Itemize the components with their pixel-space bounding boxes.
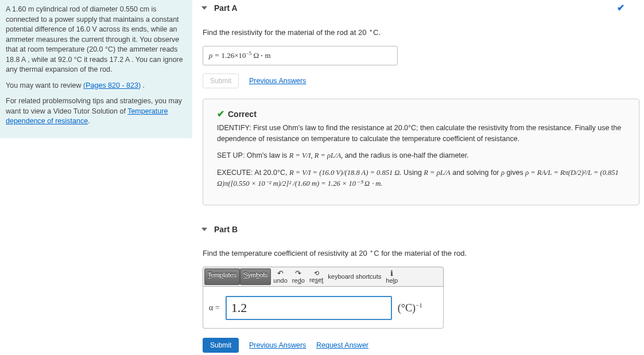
templates-button[interactable]: Templates <box>204 268 240 285</box>
review-pages-link[interactable]: (Pages 820 - 823) <box>83 81 141 89</box>
answer-input-wrap[interactable] <box>226 296 392 320</box>
part-a-complete-check-icon: ✔ <box>617 2 639 13</box>
question-text-box: A 1.60 m cylindrical rod of diameter 0.5… <box>0 0 192 138</box>
part-a-title: Part A <box>214 3 238 13</box>
part-a-section: Part A ✔ Find the resistivity for the ma… <box>201 0 639 205</box>
related-line: For related problemsolving tips and stra… <box>6 96 187 127</box>
keyboard-shortcuts-button[interactable]: keyboard shortcuts <box>325 268 383 285</box>
answer-toolbar: Templates Symbols ↶undo ↷redo ⟲reset key… <box>203 267 444 287</box>
part-a-answer-display: ρ = 1.26×10−5 Ω ⋅ m <box>203 46 398 65</box>
alpha-label: α = <box>209 303 220 313</box>
feedback-execute: EXECUTE: At 20.0°C, R = V/I = (16.0 V)/(… <box>217 167 625 190</box>
part-a-prompt: Find the resistivity for the material of… <box>203 27 639 37</box>
question-sidebar: A 1.60 m cylindrical rod of diameter 0.5… <box>0 0 192 355</box>
feedback-identify: IDENTIFY: First use Ohm's law to find th… <box>217 123 625 145</box>
redo-button[interactable]: ↷redo <box>290 268 307 285</box>
answer-input-group: α = (°C)−1 <box>203 287 444 329</box>
part-b-title: Part B <box>214 225 238 234</box>
submit-button-disabled: Submit <box>203 73 239 88</box>
review-line: You may want to review (Pages 820 - 823)… <box>6 81 187 91</box>
request-answer-link[interactable]: Request Answer <box>316 341 368 349</box>
symbols-button[interactable]: Symbols <box>240 268 271 285</box>
correct-check-icon: ✔ <box>217 109 224 119</box>
question-paragraph: A 1.60 m cylindrical rod of diameter 0.5… <box>6 5 187 75</box>
part-b-prompt: Find the temperature coefficient of resi… <box>203 248 639 258</box>
unit-label: (°C)−1 <box>398 302 422 314</box>
submit-button[interactable]: Submit <box>203 338 239 353</box>
reset-button[interactable]: ⟲reset <box>307 268 325 285</box>
previous-answers-link[interactable]: Previous Answers <box>249 341 306 349</box>
part-b-section: Part B Find the temperature coefficient … <box>201 223 639 355</box>
answer-input[interactable] <box>231 301 386 315</box>
part-a-feedback: ✔Correct IDENTIFY: First use Ohm's law t… <box>203 99 639 205</box>
collapse-caret-icon[interactable] <box>201 228 207 231</box>
previous-answers-link[interactable]: Previous Answers <box>249 77 306 85</box>
feedback-setup: SET UP: Ohm's law is R = V/I, R = ρL/A, … <box>217 150 625 161</box>
collapse-caret-icon[interactable] <box>201 6 207 10</box>
help-button[interactable]: ℹhelp <box>383 268 400 285</box>
undo-button[interactable]: ↶undo <box>271 268 289 285</box>
